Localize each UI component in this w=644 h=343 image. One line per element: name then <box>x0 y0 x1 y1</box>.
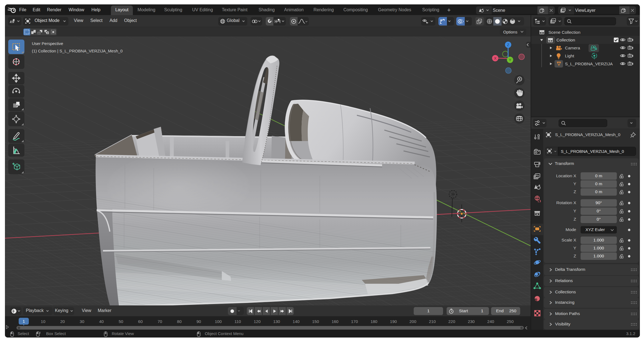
svg-text:X: X <box>494 56 497 60</box>
svg-text:Y: Y <box>509 58 511 62</box>
svg-text:Z: Z <box>507 43 509 47</box>
svg-text:Options: Options <box>503 30 517 34</box>
